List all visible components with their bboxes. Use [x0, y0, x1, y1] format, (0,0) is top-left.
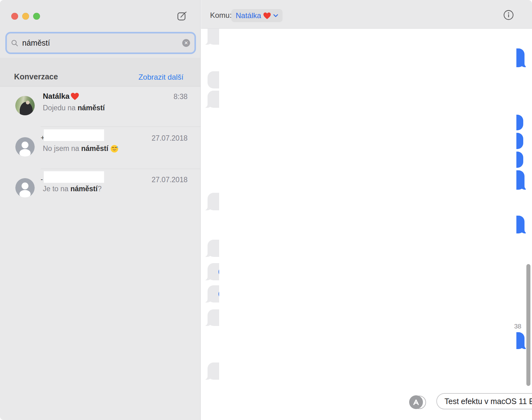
chat-header: Komu: Natálka — [201, 0, 532, 29]
incoming-message-fragment: J — [201, 29, 219, 45]
incoming-audio-message-fragment — [201, 285, 219, 302]
app-store-icon — [409, 395, 423, 409]
outgoing-message-fragment — [516, 216, 526, 233]
preview-text: Je to na — [43, 185, 70, 193]
chat-panel: Komu: Natálka — [201, 0, 532, 420]
details-button[interactable] — [503, 10, 514, 20]
preview-text: Dojedu na — [43, 104, 78, 112]
close-window-button[interactable] — [11, 13, 18, 20]
grinning-face-with-sweat-emoji — [110, 145, 118, 153]
incoming-message-fragment: Š — [201, 71, 219, 88]
incoming-message-fragment: J — [201, 309, 219, 326]
preview-text: No jsem na — [43, 144, 81, 152]
messages-window: ✕ Konverzace Zobrazit další Natálka 8:38… — [0, 0, 532, 420]
incoming-message-fragment: A — [201, 91, 219, 108]
zoom-window-button[interactable] — [33, 13, 40, 20]
red-heart-emoji — [263, 12, 271, 19]
compose-icon — [177, 10, 188, 21]
preview-match: náměstí — [70, 185, 98, 193]
preview-match: náměstí — [81, 144, 108, 152]
chevron-down-icon — [273, 14, 278, 17]
show-more-link[interactable]: Zobrazit další — [138, 73, 183, 82]
conversation-date: 27.07.2018 — [152, 176, 188, 184]
conversation-row-3[interactable]: - 27.07.2018 Je to na náměstí? — [0, 169, 201, 208]
recipient-token[interactable]: Natálka — [231, 9, 283, 22]
sidebar: ✕ Konverzace Zobrazit další Natálka 8:38… — [0, 0, 201, 420]
outgoing-message-fragment — [516, 133, 526, 149]
search-icon — [11, 39, 18, 47]
play-button-icon[interactable] — [218, 289, 219, 299]
search-field[interactable]: ✕ — [7, 33, 194, 52]
delivery-time-fragment: 38 — [514, 322, 522, 331]
red-heart-emoji — [71, 92, 79, 100]
redacted-name — [44, 171, 104, 183]
conversations-section-title: Konverzace — [14, 72, 58, 81]
incoming-message-fragment: C — [201, 362, 219, 380]
outgoing-message-fragment — [516, 115, 526, 130]
message-input[interactable] — [436, 393, 532, 409]
info-icon — [503, 10, 514, 20]
outgoing-message-fragment — [516, 152, 526, 168]
conversation-date: 27.07.2018 — [152, 134, 188, 142]
preview-match: náměstí — [78, 104, 105, 112]
outgoing-message-fragment — [516, 332, 526, 349]
avatar-generic — [15, 178, 35, 198]
conversation-row-natalka[interactable]: Natálka 8:38 Dojedu na náměstí — [0, 87, 201, 127]
avatar-generic — [15, 137, 35, 157]
outgoing-message-fragment — [516, 48, 526, 67]
apps-button[interactable] — [409, 395, 423, 409]
incoming-message-fragment: S — [201, 193, 219, 210]
incoming-message-fragment: T — [201, 240, 219, 257]
incoming-audio-message-fragment — [201, 263, 219, 280]
play-button-icon[interactable] — [218, 267, 219, 277]
preview-text-post: ? — [98, 185, 102, 193]
clear-search-icon[interactable]: ✕ — [182, 39, 190, 47]
redacted-name-prefix: - — [41, 175, 43, 183]
recipient-name: Natálka — [236, 11, 261, 20]
avatar-photo — [15, 96, 35, 115]
scrollbar[interactable] — [526, 264, 530, 386]
conversation-row-2[interactable]: + 27.07.2018 No jsem na náměstí — [0, 127, 201, 169]
redacted-name — [44, 129, 104, 141]
to-label: Komu: — [210, 11, 232, 20]
conversation-time: 8:38 — [173, 92, 188, 101]
outgoing-message-fragment — [516, 170, 526, 190]
minimize-window-button[interactable] — [22, 13, 29, 20]
conversation-name: Natálka — [43, 92, 69, 101]
compose-new-message-button[interactable] — [177, 10, 188, 21]
search-input[interactable] — [22, 38, 182, 48]
